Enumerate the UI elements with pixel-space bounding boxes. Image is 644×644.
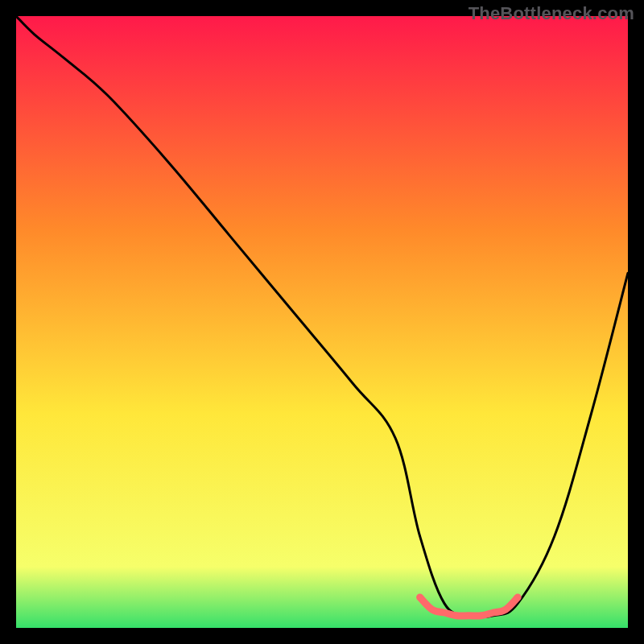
bottleneck-plot bbox=[16, 16, 628, 628]
watermark-text: TheBottleneck.com bbox=[469, 3, 634, 24]
gradient-background bbox=[16, 16, 628, 628]
chart-frame: TheBottleneck.com bbox=[0, 0, 644, 644]
